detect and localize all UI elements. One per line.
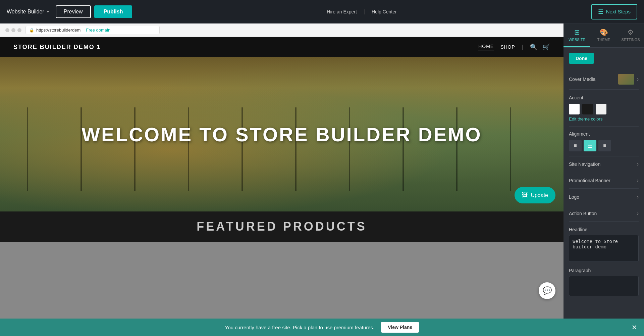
- align-left-button[interactable]: ≡: [569, 140, 582, 151]
- website-preview: STORE BUILDER DEMO 1 HOME SHOP | 🔍 🛒 WEL…: [0, 37, 564, 336]
- featured-section: FEATURED PRODUCTS: [0, 211, 564, 242]
- chevron-down-icon: ▾: [47, 9, 49, 14]
- nav-link-home[interactable]: HOME: [478, 44, 494, 50]
- swatch-light[interactable]: [596, 104, 606, 114]
- nav-icons: 🔍 🛒: [530, 43, 550, 51]
- site-nav-links: HOME SHOP | 🔍 🛒: [478, 43, 550, 51]
- promotional-banner-section: Promotional Banner ›: [569, 173, 639, 189]
- lamp-silhouettes: [0, 107, 564, 191]
- align-center-button[interactable]: ☰: [584, 140, 596, 151]
- website-builder-label: Website Builder: [7, 9, 44, 15]
- action-button-section: Action Button ›: [569, 206, 639, 222]
- promotional-banner-chevron-icon: ›: [637, 178, 639, 184]
- tab-settings-label: SETTINGS: [621, 38, 640, 42]
- headline-section: Headline Welcome to Store builder demo: [569, 222, 639, 263]
- swatch-black[interactable]: [582, 104, 593, 114]
- alignment-section: Alignment ≡ ☰ ≡: [569, 127, 639, 156]
- notification-bar: You currently have a free site. Pick a p…: [0, 319, 564, 336]
- top-bar-center: Hire an Expert | Help Center: [132, 9, 591, 15]
- cover-media-section: Cover Media ›: [569, 69, 639, 90]
- align-right-button[interactable]: ≡: [598, 140, 611, 151]
- cover-media-chevron-icon: ›: [637, 76, 639, 82]
- theme-tab-icon: 🎨: [600, 28, 608, 36]
- featured-title: FEATURED PRODUCTS: [197, 220, 367, 234]
- publish-button[interactable]: Publish: [94, 5, 132, 18]
- main-layout: 🔒 https://storebuilderdem Free domain ST…: [0, 23, 644, 336]
- promotional-banner-label: Promotional Banner: [569, 178, 610, 183]
- headline-label: Headline: [569, 227, 639, 232]
- dot-green: [17, 28, 21, 32]
- site-logo: STORE BUILDER DEMO 1: [13, 44, 101, 51]
- paragraph-section: Paragraph: [569, 263, 639, 297]
- action-button-label: Action Button: [569, 211, 597, 216]
- view-plans-button[interactable]: View Plans: [381, 322, 419, 333]
- swatch-white[interactable]: [569, 104, 580, 114]
- update-icon: 🖼: [522, 192, 528, 199]
- update-label: Update: [531, 192, 548, 198]
- preview-button[interactable]: Preview: [56, 5, 91, 18]
- tab-settings[interactable]: ⚙ SETTINGS: [617, 23, 644, 47]
- hero-section[interactable]: WELCOME TO STORE BUILDER DEMO 🖼 Update: [0, 57, 564, 211]
- lock-icon: 🔒: [29, 28, 34, 33]
- alignment-buttons: ≡ ☰ ≡: [569, 140, 639, 151]
- help-center-link[interactable]: Help Center: [372, 9, 397, 14]
- done-button[interactable]: Done: [569, 53, 594, 64]
- logo-chevron-icon: ›: [637, 194, 639, 200]
- edit-theme-link[interactable]: Edit theme colors: [569, 116, 639, 122]
- next-steps-button[interactable]: ☰ Next Steps: [591, 4, 637, 19]
- right-panel: ⊞ WEBSITE 🎨 THEME ⚙ SETTINGS Done Cover …: [564, 23, 644, 336]
- cover-media-label: Cover Media: [569, 77, 595, 82]
- notification-text: You currently have a free site. Pick a p…: [225, 325, 375, 330]
- logo-label: Logo: [569, 194, 579, 200]
- cart-icon[interactable]: 🛒: [543, 43, 550, 51]
- accent-swatches: [569, 104, 639, 114]
- nav-link-shop[interactable]: SHOP: [500, 44, 515, 50]
- alignment-label: Alignment: [569, 131, 639, 137]
- canvas-area: 🔒 https://storebuilderdem Free domain ST…: [0, 23, 564, 336]
- cover-media-right: ›: [618, 74, 639, 85]
- address-bar: 🔒 https://storebuilderdem Free domain: [25, 26, 160, 34]
- cover-media-thumbnail: [618, 74, 634, 85]
- hire-expert-link[interactable]: Hire an Expert: [327, 9, 357, 14]
- website-builder-button[interactable]: Website Builder ▾: [7, 9, 49, 15]
- tab-website[interactable]: ⊞ WEBSITE: [564, 23, 590, 47]
- cover-media-row[interactable]: Cover Media ›: [569, 69, 639, 90]
- site-navigation-chevron-icon: ›: [637, 161, 639, 167]
- site-navigation-section: Site Navigation ›: [569, 156, 639, 172]
- site-nav: STORE BUILDER DEMO 1 HOME SHOP | 🔍 🛒: [0, 37, 564, 57]
- headline-textarea[interactable]: Welcome to Store builder demo: [569, 235, 639, 262]
- tab-theme-label: THEME: [597, 38, 610, 42]
- action-button-chevron-icon: ›: [637, 210, 639, 217]
- next-steps-label: Next Steps: [606, 9, 631, 14]
- logo-row[interactable]: Logo ›: [569, 189, 639, 205]
- promotional-banner-row[interactable]: Promotional Banner ›: [569, 173, 639, 189]
- hero-title: WELCOME TO STORE BUILDER DEMO: [82, 123, 482, 146]
- logo-section: Logo ›: [569, 189, 639, 205]
- website-tab-icon: ⊞: [574, 28, 580, 36]
- dot-yellow: [11, 28, 15, 32]
- accent-section: Accent Edit theme colors: [569, 90, 639, 127]
- site-navigation-label: Site Navigation: [569, 161, 600, 167]
- paragraph-label: Paragraph: [569, 268, 639, 273]
- url-text: https://storebuilderdem: [36, 28, 80, 33]
- paragraph-textarea[interactable]: [569, 276, 639, 296]
- dot-red: [5, 28, 9, 32]
- action-button-row[interactable]: Action Button ›: [569, 206, 639, 222]
- top-bar: Website Builder ▾ Preview Publish Hire a…: [0, 0, 644, 23]
- nav-divider: |: [522, 44, 523, 50]
- free-domain-link[interactable]: Free domain: [86, 28, 110, 33]
- update-button[interactable]: 🖼 Update: [515, 187, 555, 203]
- browser-chrome: 🔒 https://storebuilderdem Free domain: [0, 23, 564, 37]
- search-icon[interactable]: 🔍: [530, 43, 537, 51]
- panel-tabs: ⊞ WEBSITE 🎨 THEME ⚙ SETTINGS: [564, 23, 644, 48]
- site-navigation-row[interactable]: Site Navigation ›: [569, 156, 639, 172]
- next-steps-icon: ☰: [598, 8, 603, 15]
- tab-theme[interactable]: 🎨 THEME: [590, 23, 617, 47]
- chat-button[interactable]: 💬: [539, 282, 555, 299]
- panel-content: Done Cover Media › Accent: [564, 48, 644, 336]
- accent-label: Accent: [569, 95, 639, 100]
- tab-website-label: WEBSITE: [569, 38, 585, 42]
- browser-dots: [5, 28, 21, 32]
- settings-tab-icon: ⚙: [628, 28, 634, 36]
- separator: |: [364, 9, 365, 15]
